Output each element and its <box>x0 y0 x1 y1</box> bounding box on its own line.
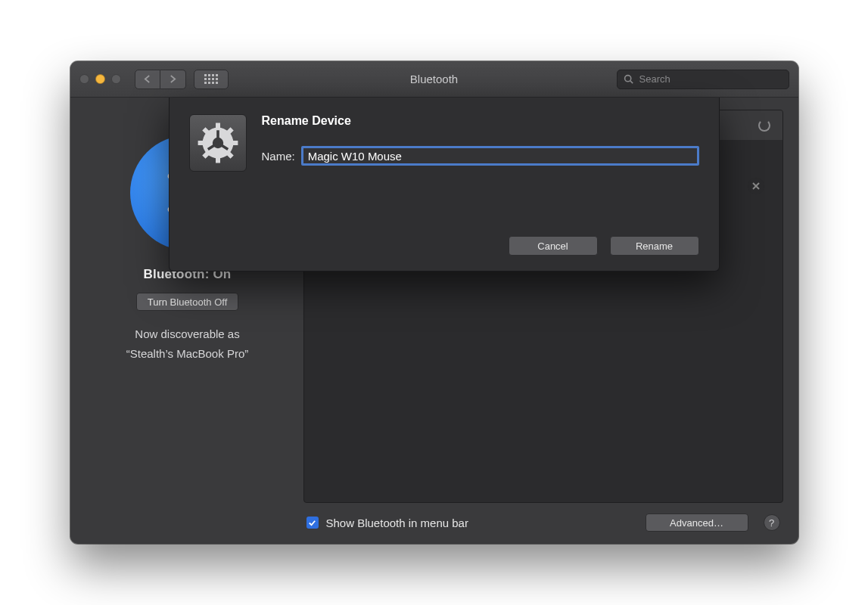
chevron-right-icon <box>170 75 176 83</box>
show-all-button[interactable] <box>194 70 229 89</box>
discoverable-text: Now discoverable as “Stealth’s MacBook P… <box>126 324 248 365</box>
remove-device-button[interactable] <box>748 178 764 194</box>
grid-icon <box>204 74 218 84</box>
show-in-menubar-label: Show Bluetooth in menu bar <box>326 517 468 529</box>
spinner-icon <box>758 119 770 132</box>
checkbox-checked-icon <box>308 519 316 527</box>
traffic-lights <box>79 74 121 84</box>
forward-button[interactable] <box>160 70 186 89</box>
sheet-title: Rename Device <box>262 114 699 128</box>
device-name-input[interactable] <box>301 146 699 166</box>
advanced-button[interactable]: Advanced… <box>646 513 748 532</box>
chevron-left-icon <box>144 75 151 83</box>
name-field-row: Name: <box>262 146 699 166</box>
sheet-body: Rename Device Name: <box>262 114 699 172</box>
discoverable-line-1: Now discoverable as <box>126 324 248 344</box>
search-field[interactable] <box>617 70 789 89</box>
show-in-menubar-checkbox[interactable] <box>306 517 319 529</box>
svg-line-1 <box>630 81 632 83</box>
window-close-button[interactable] <box>79 74 89 84</box>
window-maximize-button[interactable] <box>111 74 121 84</box>
titlebar: Bluetooth <box>70 61 798 98</box>
svg-line-8 <box>204 129 208 133</box>
bottom-row: Show Bluetooth in menu bar Advanced… ? <box>303 503 783 532</box>
sheet-content: Rename Device Name: <box>189 114 699 172</box>
name-label: Name: <box>262 150 295 163</box>
discoverable-line-2: “Stealth’s MacBook Pro” <box>126 344 248 364</box>
preferences-window: Bluetooth Bluetooth: On Turn Bluetooth O… <box>70 61 798 544</box>
svg-line-10 <box>204 153 208 157</box>
sheet-actions: Cancel Rename <box>189 236 699 256</box>
svg-line-11 <box>227 129 232 133</box>
help-button[interactable]: ? <box>764 514 780 531</box>
close-icon <box>752 182 760 190</box>
svg-line-9 <box>227 153 232 157</box>
rename-device-sheet: Rename Device Name: Cancel Rename <box>169 98 720 271</box>
toggle-bluetooth-button[interactable]: Turn Bluetooth Off <box>136 293 239 311</box>
rename-button[interactable]: Rename <box>610 236 699 256</box>
gear-icon <box>189 114 247 172</box>
svg-point-0 <box>624 76 630 82</box>
back-button[interactable] <box>135 70 160 89</box>
nav-buttons <box>135 70 186 89</box>
search-input[interactable] <box>638 73 782 85</box>
search-icon <box>624 74 633 84</box>
window-minimize-button[interactable] <box>95 74 105 84</box>
cancel-button[interactable]: Cancel <box>509 236 598 256</box>
